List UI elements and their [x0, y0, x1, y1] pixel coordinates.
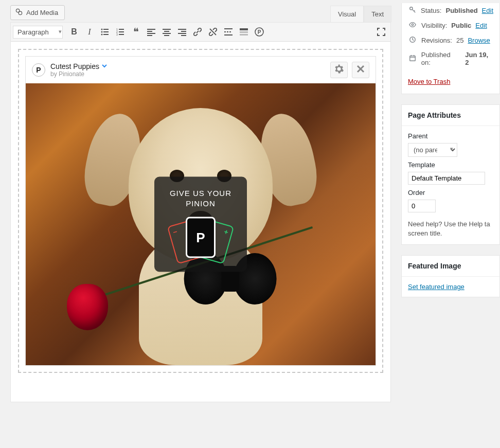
svg-rect-18	[163, 29, 171, 30]
blockquote-button[interactable]: ❝	[129, 25, 143, 39]
minus-icon: −	[172, 227, 178, 237]
svg-rect-3	[103, 29, 109, 30]
parent-select[interactable]: (no parent)	[408, 143, 457, 157]
svg-rect-32	[240, 28, 248, 30]
order-input[interactable]	[408, 200, 436, 212]
bold-button[interactable]: B	[67, 25, 81, 39]
svg-rect-21	[164, 35, 169, 36]
editor-body[interactable]: P Cutest Puppies by Pinionate	[11, 42, 390, 402]
pinionate-button[interactable]: P	[252, 25, 266, 39]
template-label: Template	[408, 161, 493, 169]
plus-icon: +	[223, 227, 229, 237]
bullet-list-button[interactable]	[98, 25, 112, 39]
svg-rect-13	[119, 34, 124, 35]
revisions-browse-link[interactable]: Browse	[468, 37, 490, 44]
svg-rect-25	[181, 35, 186, 36]
svg-line-41	[414, 10, 415, 11]
template-select[interactable]	[408, 172, 485, 185]
svg-text:P: P	[258, 29, 261, 35]
format-select[interactable]: Paragraph	[13, 26, 63, 39]
card-center[interactable]: P	[186, 217, 216, 258]
eye-icon	[408, 21, 417, 30]
editor-toolbar: Paragraph B I 123 ❝	[11, 23, 390, 42]
move-to-trash-link[interactable]: Move to Trash	[402, 69, 456, 91]
svg-text:3: 3	[116, 33, 118, 36]
svg-point-6	[101, 34, 103, 35]
publish-box: Status: Published Edit Visibility: Publi…	[401, 3, 500, 94]
order-label: Order	[408, 189, 493, 196]
toolbar-toggle-button[interactable]	[237, 25, 251, 39]
editor-container: Paragraph B I 123 ❝	[10, 22, 391, 402]
embed-header: P Cutest Puppies by Pinionate	[26, 57, 376, 83]
svg-rect-31	[224, 34, 233, 35]
editor-mode-tabs: Visual Text	[10, 6, 391, 22]
svg-rect-9	[119, 29, 124, 30]
revisions-row: Revisions: 25 Browse	[402, 33, 499, 48]
svg-rect-19	[164, 31, 169, 32]
status-value: Published	[445, 7, 477, 14]
read-more-button[interactable]	[221, 25, 236, 39]
numbered-list-button[interactable]: 123	[113, 25, 128, 39]
italic-button[interactable]: I	[82, 25, 97, 39]
close-icon	[356, 65, 365, 76]
p-icon: P	[196, 229, 205, 245]
gear-icon	[334, 64, 344, 76]
visibility-label: Visibility:	[421, 22, 447, 29]
align-right-button[interactable]	[175, 25, 189, 39]
pinion-cards: − + P	[163, 216, 239, 260]
svg-rect-44	[410, 56, 416, 61]
embed-title: Cutest Puppies	[50, 62, 108, 70]
svg-rect-27	[224, 28, 233, 29]
add-media-button[interactable]: Add Media	[10, 5, 65, 20]
svg-rect-30	[229, 31, 231, 32]
featured-image-title: Featured Image	[402, 256, 499, 277]
parent-label: Parent	[408, 132, 493, 140]
svg-point-42	[412, 24, 414, 26]
calendar-icon	[408, 55, 417, 63]
svg-rect-11	[119, 31, 124, 32]
embed-author: by Pinionate	[50, 70, 108, 78]
embed-inner: P Cutest Puppies by Pinionate	[25, 56, 376, 366]
svg-rect-23	[181, 31, 186, 32]
embed-block[interactable]: P Cutest Puppies by Pinionate	[18, 49, 383, 373]
link-button[interactable]	[190, 25, 205, 39]
svg-rect-28	[224, 31, 226, 32]
svg-rect-7	[103, 34, 109, 35]
svg-point-4	[101, 31, 103, 33]
page-attributes-box: Page Attributes Parent (no parent) Templ…	[401, 104, 500, 245]
media-icon	[15, 8, 23, 17]
align-center-button[interactable]	[159, 25, 174, 39]
status-label: Status:	[421, 7, 441, 14]
editor-main-column: Add Media Visual Text Paragraph B I	[0, 0, 401, 448]
svg-rect-20	[163, 33, 171, 34]
featured-image-box: Featured Image Set featured image	[401, 255, 500, 297]
status-row: Status: Published Edit	[402, 3, 499, 18]
pinionate-logo-icon: P	[32, 63, 45, 77]
published-on-label: Published on:	[421, 51, 461, 66]
embed-image: GIVE US YOUR PINION − + P	[26, 83, 376, 365]
fullscreen-button[interactable]	[374, 25, 388, 39]
svg-rect-29	[227, 31, 228, 32]
help-text: Need help? Use the Help ta screen title.	[408, 220, 493, 238]
embed-settings-button[interactable]	[330, 62, 348, 78]
published-on-value: Jun 19, 2	[465, 51, 493, 66]
tab-text[interactable]: Text	[364, 6, 391, 22]
svg-rect-22	[178, 29, 186, 30]
align-left-button[interactable]	[144, 25, 158, 39]
tab-visual[interactable]: Visual	[330, 6, 364, 22]
svg-point-1	[19, 11, 22, 14]
embed-remove-button[interactable]	[352, 62, 369, 78]
key-icon	[408, 6, 417, 15]
add-media-label: Add Media	[26, 9, 58, 16]
pinion-overlay[interactable]: GIVE US YOUR PINION − + P	[154, 177, 247, 272]
sidebar: Status: Published Edit Visibility: Publi…	[401, 0, 500, 448]
set-featured-image-link[interactable]: Set featured image	[408, 283, 465, 291]
visibility-edit-link[interactable]: Edit	[475, 22, 487, 29]
page-attributes-title: Page Attributes	[402, 105, 499, 126]
chevron-down-icon	[101, 62, 108, 70]
revisions-icon	[408, 36, 417, 45]
svg-rect-17	[147, 35, 152, 36]
status-edit-link[interactable]: Edit	[482, 7, 493, 14]
visibility-value: Public	[451, 22, 471, 29]
unlink-button[interactable]	[206, 25, 220, 39]
